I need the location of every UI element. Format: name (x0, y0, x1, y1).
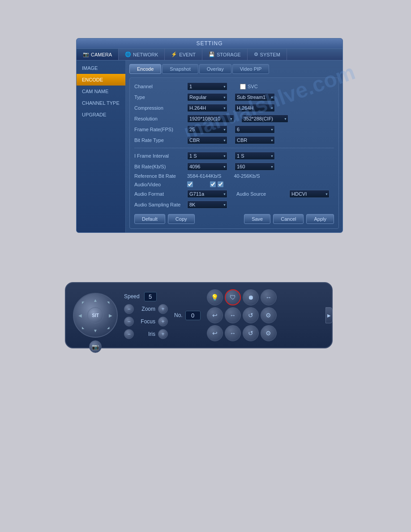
type-row: Type Regular Sub Stream1 (134, 93, 334, 101)
channel-select[interactable]: 1 (187, 82, 227, 90)
sidebar-channel-type-label: CHANNEL TYPE (82, 100, 120, 106)
bit-rate-select-wrapper: 4096 (187, 163, 227, 171)
frame-rate-row: Frame Rate(FPS) 25 6 (134, 125, 334, 133)
sidebar: IMAGE ENCODE CAM NAME CHANNEL TYPE UPGRA… (77, 60, 126, 232)
action-extra3-btn[interactable]: ↺ (243, 325, 259, 341)
action-replay-btn[interactable]: ↩ (207, 307, 223, 323)
sit-button[interactable]: SIT (87, 307, 103, 323)
tab-video-pip-label: Video PIP (240, 66, 262, 72)
audio-format-select[interactable]: G711a (187, 190, 227, 198)
bit-rate-type-label: Bit Rate Type (134, 137, 184, 143)
sidebar-item-encode[interactable]: ENCODE (77, 74, 125, 86)
action-extra1-btn[interactable]: ↩ (207, 325, 223, 341)
tab-overlay[interactable]: Overlay (199, 64, 231, 74)
arrow-right-btn[interactable]: ▶ (106, 311, 115, 320)
arrow-left-btn[interactable]: ◀ (76, 311, 85, 320)
action-shield-btn[interactable]: 🛡 (225, 289, 241, 305)
speed-label: Speed (124, 293, 140, 300)
compression-right-select[interactable]: H.264H (235, 104, 275, 112)
audio-format-label: Audio Format (134, 191, 184, 197)
i-frame-select[interactable]: 1 S (187, 152, 227, 160)
frame-rate-right-select[interactable]: 6 (235, 125, 275, 133)
zoom-row: − Zoom + (124, 304, 168, 314)
frame-rate-select-wrapper: 25 (187, 125, 227, 133)
action-refresh-btn[interactable]: ↺ (243, 307, 259, 323)
arrow-down-btn[interactable]: ▼ (91, 326, 100, 335)
compression-select[interactable]: H.264H (187, 104, 227, 112)
focus-plus-btn[interactable]: + (158, 317, 168, 326)
sub-stream-select[interactable]: Sub Stream1 (235, 93, 275, 101)
joystick-outer: ▲ ▼ ◀ ▶ ◤ ◥ ◣ ◢ SIT (73, 293, 118, 338)
i-frame-row: I Frame Interval 1 S 1 S (134, 152, 334, 160)
tab-encode[interactable]: Encode (129, 64, 161, 74)
audio-video-right-cb2[interactable] (218, 181, 223, 187)
action-settings-btn[interactable]: ⚙ (261, 307, 277, 323)
setting-title: SETTING (77, 39, 342, 49)
action-arrow-h-btn[interactable]: ↔ (225, 307, 241, 323)
arrow-ul-btn[interactable]: ◤ (78, 298, 87, 307)
audio-video-checkbox[interactable] (187, 181, 193, 187)
audio-source-select[interactable]: HDCVI (289, 190, 330, 198)
sidebar-item-cam-name[interactable]: CAM NAME (77, 86, 125, 97)
nav-storage-label: STORAGE (217, 52, 241, 57)
replay-icon: ↩ (212, 312, 218, 319)
btn-group-left: Default Copy (134, 214, 195, 224)
audio-sampling-select[interactable]: 8K (187, 201, 227, 209)
bit-rate-type-right-select[interactable]: CBR (235, 136, 275, 144)
compression-right-select-wrapper: H.264H (235, 104, 275, 112)
type-select[interactable]: Regular (187, 93, 227, 101)
iris-minus-btn[interactable]: − (124, 329, 134, 339)
audio-video-right-cb1[interactable] (210, 181, 216, 187)
bit-rate-right-select[interactable]: 160 (235, 163, 275, 171)
sidebar-upgrade-label: UPGRADE (82, 112, 106, 117)
main-content: IMAGE ENCODE CAM NAME CHANNEL TYPE UPGRA… (77, 60, 342, 232)
tab-video-pip[interactable]: Video PIP (232, 64, 270, 74)
copy-button[interactable]: Copy (168, 214, 195, 224)
frame-rate-select[interactable]: 25 (187, 125, 227, 133)
iris-plus-btn[interactable]: + (158, 329, 168, 339)
arrow-ur-btn[interactable]: ◥ (103, 298, 112, 307)
resolution-row: Resolution 1920*1080(10 352*288(CIF) (134, 115, 334, 123)
save-button[interactable]: Save (244, 214, 270, 224)
arrow-up-btn[interactable]: ▲ (91, 296, 100, 305)
action-extra2-btn[interactable]: ↔ (225, 325, 241, 341)
default-button[interactable]: Default (134, 214, 165, 224)
extra2-icon: ↔ (230, 330, 236, 337)
cancel-button[interactable]: Cancel (273, 214, 304, 224)
zoom-minus-btn[interactable]: − (124, 304, 134, 314)
speed-row: Speed 5 (124, 292, 168, 301)
ref-bit-rate-right-value: 40-256Kb/S (234, 173, 260, 179)
zoom-label: Zoom (137, 306, 155, 312)
sidebar-item-channel-type[interactable]: CHANNEL TYPE (77, 97, 125, 109)
sidebar-item-upgrade[interactable]: UPGRADE (77, 109, 125, 120)
arrow-dr-btn[interactable]: ◢ (103, 323, 112, 332)
action-record-btn[interactable]: ⏺ (243, 289, 259, 305)
svc-checkbox[interactable] (240, 84, 246, 90)
resolution-select[interactable]: 1920*1080(10 (187, 115, 234, 123)
apply-button[interactable]: Apply (306, 214, 334, 224)
resolution-right-select[interactable]: 352*288(CIF) (241, 115, 288, 123)
setting-title-text: SETTING (196, 40, 223, 47)
camera-small-icon[interactable]: 📷 (89, 340, 102, 353)
nav-event[interactable]: ⚡ EVENT (165, 49, 202, 60)
action-ptz-move-btn[interactable]: ↔ (261, 289, 277, 305)
sidebar-item-image[interactable]: IMAGE (77, 62, 125, 74)
action-extra4-btn[interactable]: ⚙ (261, 325, 277, 341)
expand-button[interactable]: ▶ (325, 307, 333, 323)
shield-icon: 🛡 (230, 294, 236, 301)
nav-camera-label: CAMERA (91, 52, 112, 57)
action-light-btn[interactable]: 💡 (207, 289, 223, 305)
bit-rate-type-select[interactable]: CBR (187, 136, 227, 144)
i-frame-right-select[interactable]: 1 S (235, 152, 275, 160)
arrow-dl-btn[interactable]: ◣ (78, 323, 87, 332)
nav-camera[interactable]: 📷 CAMERA (77, 49, 119, 60)
nav-system[interactable]: ⚙ SYSTEM (248, 49, 287, 60)
nav-system-label: SYSTEM (260, 52, 280, 57)
audio-video-checkbox-wrapper (187, 181, 193, 187)
nav-storage[interactable]: 💾 STORAGE (202, 49, 248, 60)
bit-rate-select[interactable]: 4096 (187, 163, 227, 171)
focus-minus-btn[interactable]: − (124, 317, 134, 326)
nav-network[interactable]: 🌐 NETWORK (119, 49, 165, 60)
zoom-plus-btn[interactable]: + (158, 304, 168, 314)
tab-snapshot[interactable]: Snapshot (162, 64, 198, 74)
